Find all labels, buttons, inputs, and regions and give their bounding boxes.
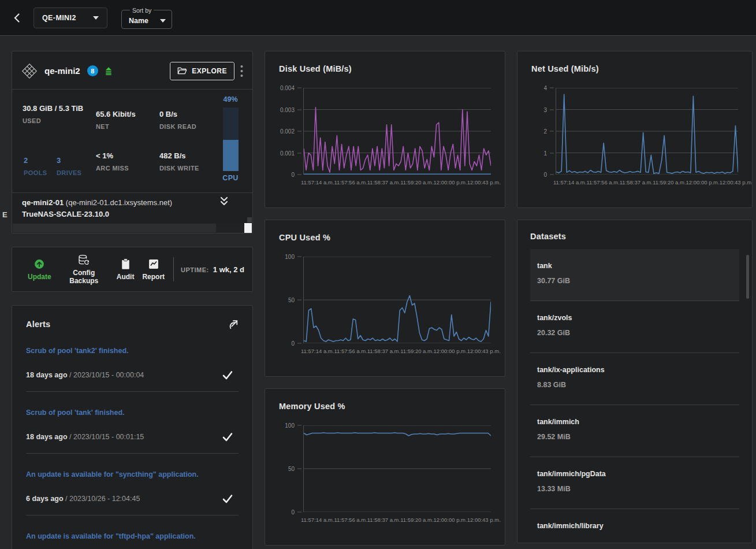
alert-count-badge[interactable]: 8 (87, 65, 98, 76)
dismiss-alert-button[interactable] (222, 494, 233, 503)
system-name: qe-mini2 (44, 66, 80, 76)
x-tick-label: 11:57:14 a.m. (553, 179, 586, 186)
dataset-row[interactable]: tank/immich/pgData 13.33 MiB (530, 457, 739, 509)
chart-title: Net Used (Mib/s) (531, 64, 738, 73)
clipboard-icon (121, 258, 131, 270)
database-backup-icon (77, 254, 90, 266)
x-tick-label: 11:57:56 a.m. (334, 348, 367, 354)
dataset-row[interactable]: tank 30.77 GiB (530, 249, 739, 301)
sort-by-value-button[interactable]: Name (129, 17, 166, 25)
dataset-size: 30.77 GiB (537, 277, 732, 285)
check-icon (222, 494, 233, 503)
report-button[interactable]: Report (138, 258, 169, 281)
sort-by-dropdown[interactable]: Sort by Name (121, 7, 172, 29)
vertical-scrollbar-thumb[interactable] (247, 217, 252, 222)
explore-button[interactable]: EXPLORE (170, 62, 234, 80)
uptime: UPTIME: 1 wk, 2 d (181, 265, 244, 274)
x-tick-label: 11:59:20 a.m. (653, 179, 686, 186)
dataset-size: 13.33 MiB (537, 485, 732, 494)
x-axis: 11:57:14 a.m.11:57:56 a.m.11:58:37 a.m.1… (553, 179, 723, 186)
dataset-row[interactable]: tank/immich 29.52 MiB (530, 405, 739, 457)
x-tick-label: 12:00:00 p.m. (434, 179, 467, 186)
memory-used-chart-card: Memory Used % 100500 11:57:14 a.m.11:57:… (265, 388, 505, 546)
chevron-down-icon (93, 16, 99, 20)
cpu-gauge-fill (223, 140, 239, 171)
alert-time-ago: 18 days ago (26, 433, 68, 441)
x-tick-label: 12:00:00 p.m. (434, 348, 467, 354)
x-tick-label: 12:00:43 p.m. (467, 348, 501, 354)
alert-item: An update is available for "tftpd-hpa" a… (26, 532, 239, 541)
divider (26, 453, 239, 454)
horizontal-scrollbar-track[interactable] (13, 224, 216, 232)
audit-button[interactable]: Audit (113, 258, 139, 281)
card-menu-button[interactable] (240, 65, 243, 77)
x-tick-label: 11:57:14 a.m. (301, 348, 334, 354)
uptime-label: UPTIME: (181, 266, 209, 273)
stat-pools[interactable]: 2 POOLS (24, 154, 47, 176)
alert-link[interactable]: Scrub of pool 'tank' finished. (26, 408, 239, 418)
divider (26, 515, 239, 515)
go-to-alerts-button[interactable] (227, 318, 239, 330)
stat-disk-read: 0 B/s DISK READ (159, 108, 196, 130)
stat-drives[interactable]: 3 DRIVES (57, 154, 81, 176)
horizontal-scrollbar-thumb[interactable] (244, 223, 252, 233)
expand-details-button[interactable] (219, 196, 229, 209)
x-tick-label: 11:57:14 a.m. (301, 517, 334, 523)
stat-used: 30.8 GiB / 5.3 TiB USED (23, 102, 91, 124)
top-bar: QE-MINI2 Sort by Name (0, 0, 756, 36)
stat-disk-read-label: DISK READ (159, 123, 196, 130)
x-tick-label: 11:58:37 a.m. (620, 179, 653, 186)
stat-pools-value: 2 (24, 154, 47, 166)
check-icon (222, 370, 233, 380)
chart-plot (303, 425, 491, 512)
datasets-list: tank 30.77 GiB tank/zvols 20.32 GiB tank… (530, 249, 739, 543)
stat-net-label: NET (96, 123, 136, 130)
update-button[interactable]: Update (24, 258, 55, 281)
stat-net-value: 65.6 Kibit/s (96, 108, 136, 120)
dataset-row[interactable]: tank/immich/library (530, 509, 739, 543)
cpu-gauge: 49% CPU (217, 95, 244, 182)
vertical-scrollbar-thumb[interactable] (746, 255, 749, 299)
chart-title: Disk Used (MiB/s) (279, 64, 491, 73)
stat-drives-value: 3 (57, 154, 81, 166)
cpu-gauge-percent: 49% (223, 95, 237, 103)
x-tick-label: 11:57:56 a.m. (334, 517, 367, 523)
alert-link[interactable]: An update is available for "tftpd-hpa" a… (26, 532, 239, 541)
dashboard-content: E qe-mini2 8 EXPLORE (0, 36, 756, 549)
x-tick-label: 11:59:20 a.m. (400, 179, 433, 186)
dataset-name: tank/zvols (537, 314, 732, 322)
truenas-logo-icon (21, 63, 38, 79)
server-select-value: QE-MINI2 (42, 14, 76, 22)
dismiss-alert-button[interactable] (222, 432, 233, 442)
dataset-row[interactable]: tank/ix-applications 8.83 GiB (530, 353, 739, 405)
dataset-row[interactable]: tank/zvols 20.32 GiB (530, 301, 739, 353)
dataset-name: tank (537, 262, 732, 270)
cpu-gauge-label: CPU (222, 174, 239, 182)
chart-plot (303, 88, 491, 175)
dataset-size: 29.52 MiB (537, 433, 732, 442)
alert-link[interactable]: Scrub of pool 'tank2' finished. (26, 346, 239, 356)
report-chart-icon (148, 258, 159, 270)
clipped-background-text: E (2, 210, 8, 219)
config-backups-button[interactable]: Config Backups (55, 254, 113, 285)
server-select-dropdown[interactable]: QE-MINI2 (33, 8, 107, 28)
report-label: Report (142, 273, 165, 281)
alert-datetime: / 2023/10/15 - 00:01:15 (68, 433, 144, 441)
chart-plot (303, 257, 491, 343)
update-icon (33, 258, 45, 270)
arrow-forward-icon (227, 318, 239, 330)
stat-disk-write: 482 B/s DISK WRITE (159, 150, 199, 172)
dismiss-alert-button[interactable] (222, 370, 233, 380)
alert-item: An update is available for "syncthing" a… (26, 470, 239, 515)
alert-item: Scrub of pool 'tank' finished. 18 days a… (26, 408, 239, 454)
x-axis: 11:57:14 a.m.11:57:56 a.m.11:58:37 a.m.1… (301, 517, 476, 523)
x-tick-label: 12:00:43 p.m. (467, 517, 501, 523)
back-button[interactable] (8, 9, 25, 27)
alert-link[interactable]: An update is available for "syncthing" a… (26, 470, 239, 480)
stat-pools-label: POOLS (24, 169, 47, 176)
divider (12, 192, 252, 193)
update-label: Update (28, 273, 51, 281)
x-tick-label: 12:00:00 p.m. (686, 179, 720, 186)
stat-used-label: USED (23, 117, 91, 124)
config-backups-label: Config Backups (59, 269, 109, 285)
